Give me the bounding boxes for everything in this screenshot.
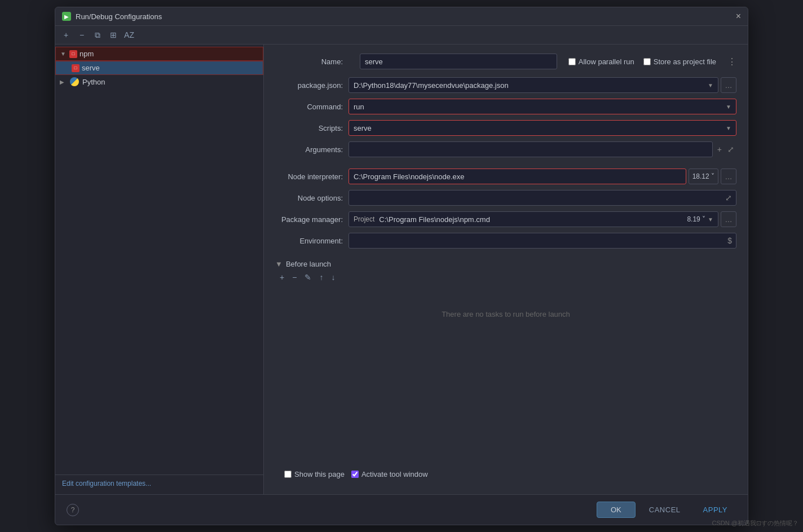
before-launch-edit-button[interactable]: ✎: [302, 272, 314, 283]
before-launch-section: ▼ Before launch + − ✎ ↑ ↓ There are no t…: [275, 260, 736, 352]
more-options-button[interactable]: ⋮: [727, 56, 736, 67]
ok-button[interactable]: OK: [597, 502, 636, 518]
arguments-add-button[interactable]: +: [715, 144, 724, 155]
main-content: ▼ □ npm □ serve ▶ Python Edit configurat…: [55, 45, 748, 494]
dialog-title: Run/Debug Configurations: [76, 12, 162, 21]
arguments-expand-button[interactable]: ⤢: [725, 144, 736, 155]
bottom-row: Show this page Activate tool window: [275, 463, 736, 485]
name-input[interactable]: [360, 54, 557, 69]
package-manager-version: 8.19 ˅: [687, 215, 705, 223]
tree-npm-group[interactable]: ▼ □ npm: [55, 47, 263, 61]
scripts-row: Scripts: serve ▼: [275, 120, 736, 136]
before-launch-remove-button[interactable]: −: [290, 272, 299, 283]
before-launch-toolbar: + − ✎ ↑ ↓: [275, 272, 736, 283]
environment-wrapper: $: [348, 233, 736, 249]
node-interpreter-row: Node interpreter: 18.12 ˅ …: [275, 169, 736, 184]
package-manager-arrow-icon: ▼: [708, 216, 713, 223]
app-icon: ▶: [62, 12, 71, 21]
arguments-row: Arguments: + ⤢: [275, 141, 736, 157]
name-label: Name:: [275, 57, 348, 66]
node-interpreter-browse-button[interactable]: …: [721, 169, 736, 184]
show-page-checkbox[interactable]: [284, 471, 292, 478]
node-options-row: Node options: ⤢: [275, 190, 736, 206]
activate-window-checkbox[interactable]: [351, 471, 359, 478]
node-interpreter-input[interactable]: [348, 169, 686, 184]
npm-group-label: npm: [80, 50, 94, 58]
no-tasks-message: There are no tasks to run before launch: [275, 287, 736, 352]
node-options-input[interactable]: [348, 190, 736, 206]
package-json-browse-button[interactable]: …: [721, 77, 736, 93]
activate-window-label: Activate tool window: [361, 470, 428, 478]
package-manager-row: Package manager: Project C:\Program File…: [275, 211, 736, 227]
python-item-label: Python: [82, 78, 105, 86]
before-launch-add-button[interactable]: +: [277, 272, 286, 283]
store-project-label: Store as project file: [654, 57, 716, 66]
before-launch-down-button[interactable]: ↓: [329, 272, 337, 283]
tree-serve-item[interactable]: □ serve: [55, 61, 263, 75]
npm-icon: □: [69, 50, 77, 58]
checkbox-group: Allow parallel run Store as project file…: [568, 56, 736, 67]
before-launch-chevron-icon[interactable]: ▼: [275, 260, 283, 268]
node-version-selector[interactable]: 18.12 ˅: [689, 169, 718, 184]
scripts-label: Scripts:: [275, 124, 348, 132]
arguments-label: Arguments:: [275, 145, 348, 154]
scripts-arrow-icon: ▼: [726, 125, 731, 131]
node-options-wrapper: ⤢: [348, 190, 736, 206]
node-interpreter-label: Node interpreter:: [275, 172, 348, 181]
python-chevron-icon: ▶: [60, 79, 67, 85]
cancel-button[interactable]: CANCEL: [640, 502, 690, 517]
package-json-select[interactable]: D:\Python18\day77\mysecendvue\package.js…: [348, 77, 718, 93]
node-options-label: Node options:: [275, 194, 348, 202]
environment-row: Environment: $: [275, 233, 736, 249]
node-options-expand-button[interactable]: ⤢: [723, 192, 734, 203]
scripts-select[interactable]: serve ▼: [348, 120, 736, 136]
store-project-checkbox[interactable]: [643, 58, 651, 65]
arguments-input[interactable]: [348, 141, 713, 157]
run-debug-dialog: ▶ Run/Debug Configurations × + − ⧉ ⊞ AZ …: [55, 7, 748, 525]
command-row: Command: run ▼: [275, 99, 736, 114]
name-row: Name: Allow parallel run Store as projec…: [275, 54, 736, 69]
scripts-value: serve: [354, 124, 372, 132]
before-launch-up-button[interactable]: ↑: [317, 272, 325, 283]
serve-item-label: serve: [82, 64, 100, 72]
package-manager-browse-button[interactable]: …: [721, 211, 736, 227]
show-page-item[interactable]: Show this page: [284, 470, 345, 478]
title-bar-left: ▶ Run/Debug Configurations: [62, 12, 162, 21]
arguments-actions: + ⤢: [715, 144, 736, 155]
allow-parallel-item[interactable]: Allow parallel run: [568, 57, 634, 66]
package-json-label: package.json:: [275, 81, 348, 90]
command-label: Command:: [275, 103, 348, 111]
help-button[interactable]: ?: [67, 504, 79, 516]
sort-config-button[interactable]: AZ: [123, 29, 135, 41]
activate-window-item[interactable]: Activate tool window: [351, 470, 428, 478]
package-manager-select[interactable]: Project C:\Program Files\nodejs\npm.cmd …: [348, 211, 718, 227]
copy-config-button[interactable]: ⧉: [91, 29, 104, 41]
command-value: run: [354, 103, 364, 111]
before-launch-label: Before launch: [286, 260, 331, 268]
watermark: CSDN @初遇我⊡すの热情呢？: [712, 519, 798, 527]
package-json-arrow-icon: ▼: [708, 82, 713, 88]
apply-button[interactable]: APPLY: [694, 502, 736, 517]
tree-python-item[interactable]: ▶ Python: [55, 75, 263, 88]
toolbar: + − ⧉ ⊞ AZ: [55, 26, 748, 45]
package-json-row: package.json: D:\Python18\day77\mysecend…: [275, 77, 736, 93]
environment-label: Environment:: [275, 237, 348, 245]
command-arrow-icon: ▼: [726, 104, 731, 110]
folder-config-button[interactable]: ⊞: [107, 29, 120, 41]
dialog-footer: ? OK CANCEL APPLY: [55, 494, 748, 525]
remove-config-button[interactable]: −: [76, 29, 88, 41]
close-button[interactable]: ×: [736, 12, 741, 21]
footer-left: ?: [67, 504, 79, 516]
npm-chevron-icon: ▼: [60, 51, 67, 57]
left-panel: ▼ □ npm □ serve ▶ Python Edit configurat…: [55, 45, 264, 494]
add-config-button[interactable]: +: [60, 29, 72, 41]
package-manager-label: Package manager:: [275, 215, 348, 224]
edit-templates-link[interactable]: Edit configuration templates...: [55, 475, 263, 492]
environment-input[interactable]: [348, 233, 736, 249]
package-manager-project-label: Project: [354, 215, 374, 223]
command-select[interactable]: run ▼: [348, 99, 736, 114]
footer-right: OK CANCEL APPLY: [597, 502, 736, 518]
allow-parallel-checkbox[interactable]: [568, 58, 576, 65]
before-launch-header: ▼ Before launch: [275, 260, 736, 268]
store-project-item[interactable]: Store as project file: [643, 57, 716, 66]
